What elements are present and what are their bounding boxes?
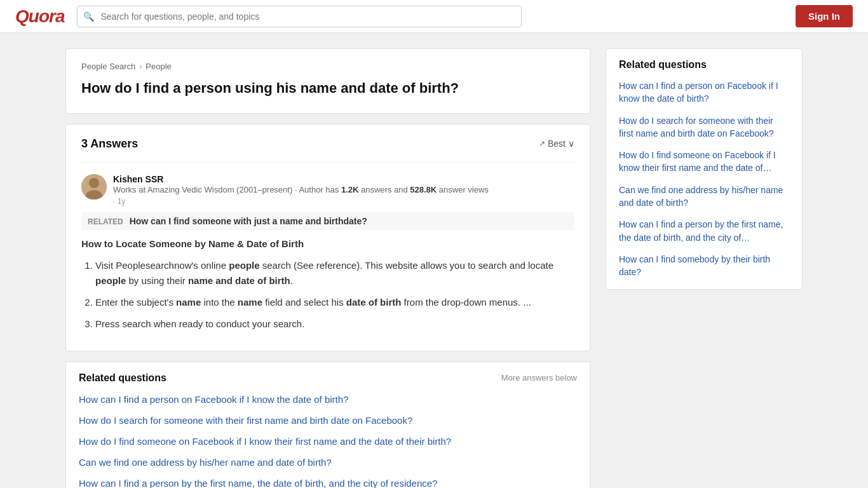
sidebar-link-4[interactable]: Can we find one address by his/her name … <box>619 184 789 210</box>
breadcrumb-separator: › <box>139 62 142 71</box>
search-input[interactable] <box>77 6 522 27</box>
question-card: People Search › People How do I find a p… <box>65 48 590 114</box>
breadcrumb-people[interactable]: People <box>146 62 171 71</box>
answers-count: 3 Answers <box>81 137 138 151</box>
list-item: Can we find one address by his/her name … <box>619 184 789 210</box>
answer-steps: Visit Peoplesearchnow's online people se… <box>81 258 574 332</box>
related-inline-link[interactable]: How can I find someone with just a name … <box>130 216 367 226</box>
search-bar-container: 🔍 <box>77 6 522 27</box>
related-bottom-link-3[interactable]: How do I find someone on Facebook if I k… <box>79 436 451 447</box>
related-bottom-link-2[interactable]: How do I search for someone with their f… <box>79 415 412 426</box>
related-bottom-title: Related questions <box>79 372 166 384</box>
list-item: How can I find a person on Facebook if I… <box>79 393 577 406</box>
sidebar: Related questions How can I find a perso… <box>606 48 803 290</box>
list-item: How do I find someone on Facebook if I k… <box>79 435 577 448</box>
author-bio-text3: answer views <box>437 185 489 194</box>
answer-step-3: Press search when ready to conduct your … <box>95 316 574 332</box>
breadcrumb: People Search › People <box>81 62 574 71</box>
sidebar-link-1[interactable]: How can I find a person on Facebook if I… <box>619 79 789 105</box>
sidebar-card: Related questions How can I find a perso… <box>606 48 803 290</box>
author-bio-answers: 1.2K <box>341 185 358 194</box>
related-bottom-card: Related questions More answers below How… <box>65 362 590 488</box>
breadcrumb-people-search[interactable]: People Search <box>81 62 135 71</box>
list-item: How can I find a person by the first nam… <box>619 218 789 244</box>
list-item: How do I search for someone with their f… <box>79 414 577 427</box>
author-row: Kishen SSR Works at Amazing Vedic Wisdom… <box>81 174 574 206</box>
related-bottom-list: How can I find a person on Facebook if I… <box>79 393 577 488</box>
sidebar-link-3[interactable]: How do I find someone on Facebook if I k… <box>619 149 789 175</box>
list-item: How can I find a person on Facebook if I… <box>619 79 789 105</box>
svg-point-1 <box>89 178 99 188</box>
page-content: People Search › People How do I find a p… <box>53 33 815 488</box>
header-right: Sign In <box>796 5 853 27</box>
related-bottom-link-4[interactable]: Can we find one address by his/her name … <box>79 457 332 468</box>
answers-card: 3 Answers ↗ Best ∨ <box>65 124 590 351</box>
author-bio-text2: answers and <box>358 185 410 194</box>
main-column: People Search › People How do I find a p… <box>65 48 590 488</box>
author-bio-text1: Works at Amazing Vedic Wisdom (2001–pres… <box>113 185 341 194</box>
chevron-down-icon: ∨ <box>568 139 574 149</box>
sort-arrow-icon: ↗ <box>539 139 545 148</box>
sidebar-title: Related questions <box>619 59 789 71</box>
answer-heading: How to Locate Someone by Name & Date of … <box>81 236 574 252</box>
related-bottom-link-5[interactable]: How can I find a person by the first nam… <box>79 478 438 488</box>
related-inline-label: Related <box>88 217 123 226</box>
quora-logo[interactable]: Quora <box>15 6 64 27</box>
sort-button[interactable]: ↗ Best ∨ <box>539 139 574 149</box>
search-icon: 🔍 <box>83 11 94 22</box>
header: Quora 🔍 Sign In <box>0 0 868 33</box>
list-item: How do I search for someone with their f… <box>619 114 789 140</box>
answer-body: How to Locate Someone by Name & Date of … <box>81 236 574 332</box>
sidebar-link-5[interactable]: How can I find a person by the first nam… <box>619 218 789 244</box>
answer-step-2: Enter the subject's name into the name f… <box>95 295 574 310</box>
list-item: How do I find someone on Facebook if I k… <box>619 149 789 175</box>
answer-item: Kishen SSR Works at Amazing Vedic Wisdom… <box>81 162 574 332</box>
question-title: How do I find a person using his name an… <box>81 79 574 98</box>
sidebar-link-6[interactable]: How can I find somebody by their birth d… <box>619 253 789 279</box>
list-item: How can I find somebody by their birth d… <box>619 253 789 279</box>
answer-step-1: Visit Peoplesearchnow's online people se… <box>95 258 574 288</box>
related-bottom-header: Related questions More answers below <box>79 372 577 384</box>
sidebar-list: How can I find a person on Facebook if I… <box>619 79 789 279</box>
author-info: Kishen SSR Works at Amazing Vedic Wisdom… <box>113 174 574 206</box>
avatar <box>81 174 107 200</box>
related-inline-box: Related How can I find someone with just… <box>81 212 574 230</box>
author-time: · 1y <box>113 197 574 206</box>
answers-header: 3 Answers ↗ Best ∨ <box>81 137 574 151</box>
author-bio: Works at Amazing Vedic Wisdom (2001–pres… <box>113 184 574 196</box>
list-item: Can we find one address by his/her name … <box>79 456 577 469</box>
sidebar-link-2[interactable]: How do I search for someone with their f… <box>619 114 789 140</box>
author-name: Kishen SSR <box>113 174 574 184</box>
sign-in-button[interactable]: Sign In <box>796 5 853 27</box>
related-bottom-link-1[interactable]: How can I find a person on Facebook if I… <box>79 394 348 405</box>
more-answers-label: More answers below <box>501 373 577 383</box>
sort-label: Best <box>548 139 566 149</box>
list-item: How can I find a person by the first nam… <box>79 477 577 488</box>
author-bio-views: 528.8K <box>410 185 437 194</box>
